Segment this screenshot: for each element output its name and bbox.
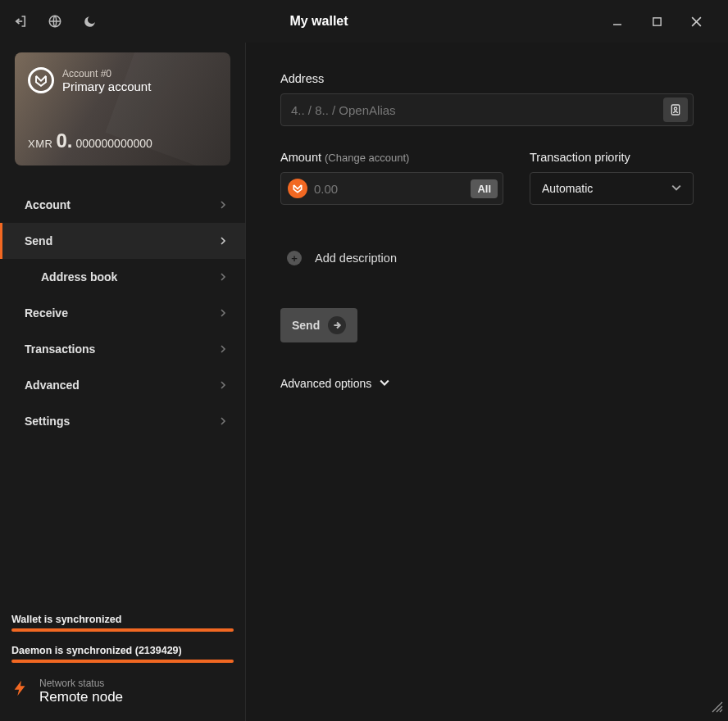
nav: Account Send Address book Receive [0, 187, 245, 439]
svg-point-6 [674, 107, 676, 110]
chevron-right-icon [219, 379, 227, 392]
monero-icon [288, 179, 307, 198]
nav-label: Advanced [25, 379, 80, 392]
nav-transactions[interactable]: Transactions [0, 331, 245, 367]
arrow-right-icon [328, 316, 346, 334]
svg-rect-2 [653, 17, 660, 25]
add-description-button[interactable]: + Add description [287, 251, 694, 265]
chevron-right-icon [219, 270, 227, 283]
balance-int: 0. [56, 129, 72, 152]
monero-logo-icon [28, 67, 54, 93]
chevron-down-icon [671, 182, 681, 195]
chevron-down-icon [380, 377, 389, 390]
chevron-right-icon [219, 198, 227, 211]
address-input[interactable] [291, 103, 663, 117]
nav-account[interactable]: Account [0, 187, 245, 223]
daemon-sync-bar [11, 660, 234, 663]
nav-advanced[interactable]: Advanced [0, 367, 245, 403]
nav-settings[interactable]: Settings [0, 403, 245, 439]
amount-label: Amount (Change account) [280, 151, 503, 164]
maximize-button[interactable] [637, 8, 676, 34]
account-number: Account #0 [62, 68, 151, 79]
nav-label: Address book [41, 270, 117, 283]
nav-address-book[interactable]: Address book [0, 259, 245, 295]
plus-icon: + [287, 251, 302, 265]
chevron-right-icon [219, 234, 227, 247]
amount-input-row: All [280, 172, 503, 205]
logout-icon[interactable] [12, 13, 29, 29]
priority-select[interactable]: Automatic [530, 172, 694, 205]
address-input-row [280, 93, 694, 126]
amount-label-text: Amount [280, 151, 321, 164]
close-button[interactable] [676, 8, 716, 34]
nav-send[interactable]: Send [0, 223, 245, 259]
balance-frac: 000000000000 [75, 137, 152, 150]
moon-icon[interactable] [81, 13, 98, 29]
chevron-right-icon [219, 415, 227, 428]
balance: XMR 0. 000000000000 [28, 129, 152, 152]
send-button-label: Send [292, 319, 320, 332]
network-status-value: Remote node [39, 689, 123, 705]
advanced-options-toggle[interactable]: Advanced options [280, 377, 694, 390]
titlebar: My wallet [0, 0, 728, 43]
change-account-link[interactable]: (Change account) [325, 152, 409, 164]
nav-label: Receive [25, 306, 68, 320]
nav-label: Account [25, 198, 71, 211]
address-book-icon[interactable] [663, 97, 688, 122]
balance-currency: XMR [28, 138, 52, 150]
amount-input[interactable] [314, 182, 471, 196]
account-name: Primary account [62, 79, 151, 93]
address-label: Address [280, 72, 694, 85]
globe-icon[interactable] [47, 13, 63, 29]
amount-all-button[interactable]: All [471, 179, 498, 198]
daemon-sync-status: Daemon is synchronized (2139429) [11, 645, 234, 656]
priority-label: Transaction priority [530, 151, 694, 164]
minimize-button[interactable] [598, 8, 637, 34]
sidebar: Account #0 Primary account XMR 0. 000000… [0, 43, 246, 721]
account-card[interactable]: Account #0 Primary account XMR 0. 000000… [15, 52, 230, 166]
add-description-label: Add description [315, 252, 397, 265]
bolt-icon [11, 676, 30, 706]
send-button[interactable]: Send [280, 308, 357, 342]
network-status-label: Network status [39, 678, 123, 689]
wallet-sync-status: Wallet is synchronized [11, 614, 234, 625]
wallet-sync-bar [11, 628, 234, 632]
chevron-right-icon [219, 342, 227, 356]
resize-grip-icon[interactable] [712, 701, 723, 716]
window-title: My wallet [98, 14, 598, 29]
advanced-options-label: Advanced options [280, 377, 371, 390]
nav-label: Transactions [25, 342, 95, 356]
status-footer: Wallet is synchronized Daemon is synchro… [0, 604, 245, 721]
nav-label: Send [25, 234, 52, 247]
nav-receive[interactable]: Receive [0, 295, 245, 331]
nav-label: Settings [25, 415, 70, 428]
chevron-right-icon [219, 306, 227, 320]
send-panel: Address Amount (Change account) All [246, 43, 728, 721]
priority-value: Automatic [542, 182, 593, 195]
